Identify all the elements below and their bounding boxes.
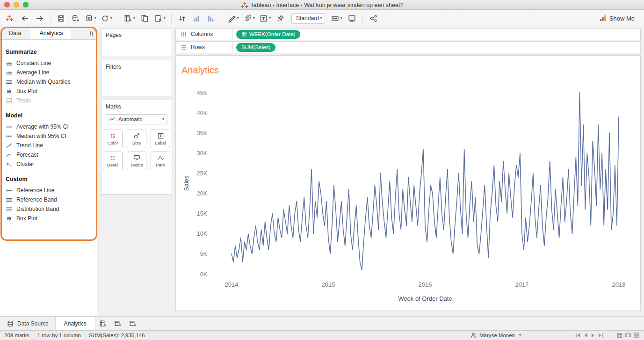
columns-label-text: Columns bbox=[191, 31, 213, 37]
marks-button-size[interactable]: Size bbox=[127, 130, 146, 148]
tab-analytics[interactable]: Analytics bbox=[30, 27, 72, 39]
marks-button-label[interactable]: Label bbox=[151, 130, 170, 148]
mark-labels-button[interactable]: ▾ bbox=[258, 12, 272, 24]
tab-data[interactable]: Data bbox=[0, 27, 30, 39]
show-sheet-sorter-icon[interactable] bbox=[633, 332, 640, 339]
duplicate-sheet-icon bbox=[141, 14, 149, 22]
analytics-item-label: Forecast bbox=[16, 152, 38, 158]
data-source-tab[interactable]: Data Source bbox=[0, 317, 56, 330]
x-axis-tick-label: 2016 bbox=[419, 281, 432, 288]
tableau-logo-icon[interactable] bbox=[6, 14, 13, 22]
analytics-item-trend-line[interactable]: Trend Line bbox=[6, 141, 91, 150]
analytics-item-median-with-95-ci[interactable]: Median with 95% CI bbox=[6, 131, 91, 141]
rows-shelf[interactable]: Rows SUM(Sales) bbox=[175, 41, 641, 53]
pill-sum-sales[interactable]: SUM(Sales) bbox=[236, 43, 275, 52]
fit-dropdown[interactable]: Standard▾ bbox=[291, 13, 325, 24]
new-story-tab-button[interactable] bbox=[125, 317, 140, 330]
sort-ascending-button[interactable] bbox=[190, 12, 203, 24]
analytics-item-label: Distribution Band bbox=[16, 206, 59, 212]
y-axis-tick-label: 0K bbox=[200, 271, 208, 278]
sheet-tab-analytics-label: Analytics bbox=[64, 320, 87, 327]
sort-descending-icon bbox=[207, 14, 215, 22]
sales-line-chart[interactable]: 0K5K10K15K20K25K30K35K40K45K201420152016… bbox=[176, 56, 640, 311]
path-icon bbox=[157, 154, 164, 161]
analytics-pane-sections: SummarizeConstant LineAverage LineMedian… bbox=[0, 40, 97, 225]
analytics-item-reference-line[interactable]: Reference Line bbox=[6, 186, 91, 195]
duplicate-sheet-button[interactable] bbox=[138, 12, 151, 24]
analytics-item-label: Box Plot bbox=[16, 88, 37, 94]
fit-width-button[interactable]: ▾ bbox=[330, 12, 344, 24]
analytics-item-distribution-band[interactable]: Distribution Band bbox=[6, 204, 91, 214]
user-name: Maryse Monen bbox=[479, 333, 515, 338]
new-worksheet-tab-button[interactable] bbox=[95, 317, 110, 330]
last-sheet-icon[interactable] bbox=[597, 332, 604, 339]
user-menu[interactable]: Maryse Monen ▾ bbox=[470, 332, 521, 339]
analytics-item-box-plot[interactable]: Box Plot bbox=[6, 87, 91, 96]
worksheet-area: Columns WEEK(Order Date) Rows SUM(Sales)… bbox=[175, 28, 641, 311]
analytics-item-label: Totals bbox=[16, 97, 31, 104]
annotation-button[interactable]: ▾ bbox=[242, 12, 256, 24]
marks-button-tooltip[interactable]: Tooltip bbox=[127, 152, 146, 170]
x-axis-title: Week of Order Date bbox=[398, 295, 452, 302]
run-auto-update-button[interactable]: ▾ bbox=[100, 12, 114, 24]
new-sheet-buttons bbox=[95, 317, 140, 330]
sales-line-series[interactable] bbox=[232, 93, 619, 270]
new-worksheet-button[interactable]: ▾ bbox=[123, 12, 137, 24]
pause-auto-updates-button[interactable]: ▾ bbox=[84, 12, 98, 24]
show-me-button[interactable]: Show Me bbox=[595, 13, 638, 23]
analytics-item-box-plot[interactable]: Box Plot bbox=[6, 214, 91, 223]
marks-count: 209 marks bbox=[4, 333, 29, 338]
next-sheet-icon[interactable] bbox=[590, 332, 596, 339]
chevron-down-icon: ▾ bbox=[237, 16, 239, 20]
save-button[interactable] bbox=[55, 12, 67, 24]
highlight-button[interactable]: ▾ bbox=[226, 12, 240, 24]
pin-icon bbox=[276, 14, 284, 22]
x-axis-tick-label: 2014 bbox=[225, 281, 239, 288]
previous-sheet-icon[interactable] bbox=[582, 332, 589, 339]
pause-auto-updates-icon bbox=[85, 14, 93, 22]
tab-data-label: Data bbox=[9, 30, 21, 36]
filters-card[interactable]: Filters bbox=[101, 60, 172, 96]
swap-icon bbox=[178, 14, 186, 22]
box-plot-icon bbox=[6, 215, 13, 222]
sort-descending-button[interactable] bbox=[205, 12, 217, 24]
share-button[interactable] bbox=[367, 12, 380, 24]
fix-axes-button[interactable] bbox=[274, 12, 287, 24]
analytics-item-average-with-95-ci[interactable]: Average with 95% CI bbox=[6, 122, 91, 131]
pane-control[interactable] bbox=[86, 27, 97, 39]
aggregate-summary: SUM(Sales): 2,935,146 bbox=[89, 333, 145, 338]
back-button[interactable] bbox=[19, 12, 31, 24]
marks-button-detail[interactable]: Detail bbox=[103, 152, 123, 170]
sheet-tab-analytics[interactable]: Analytics bbox=[56, 317, 95, 330]
analytics-item-reference-band[interactable]: Reference Band bbox=[6, 195, 91, 204]
data-source-tab-label: Data Source bbox=[17, 320, 49, 327]
analytics-section-title-summarize: Summarize bbox=[6, 49, 91, 55]
analytics-item-cluster[interactable]: Cluster bbox=[6, 159, 91, 169]
mark-type-dropdown[interactable]: Automatic ▾ bbox=[106, 114, 167, 124]
clear-sheet-button[interactable]: ▾ bbox=[153, 12, 167, 24]
pill-week-order-date[interactable]: WEEK(Order Date) bbox=[236, 30, 300, 39]
tableau-window: Tableau - Interface - Wat kun je waar vi… bbox=[0, 0, 644, 340]
show-sheet-tabs-icon[interactable] bbox=[616, 332, 623, 339]
filters-card-title: Filters bbox=[106, 64, 167, 70]
new-data-source-button[interactable] bbox=[69, 12, 82, 24]
tab-analytics-label: Analytics bbox=[39, 30, 63, 36]
new-dashboard-tab-button[interactable] bbox=[110, 317, 125, 330]
pane-control-icon bbox=[88, 30, 94, 36]
chevron-down-icon: ▾ bbox=[320, 16, 322, 20]
new-dashboard-icon bbox=[114, 320, 122, 327]
analytics-section-title-model: Model bbox=[6, 112, 91, 119]
analytics-item-constant-line[interactable]: Constant Line bbox=[6, 58, 91, 68]
analytics-item-average-line[interactable]: Average Line bbox=[6, 68, 91, 77]
marks-button-path[interactable]: Path bbox=[151, 152, 170, 170]
presentation-mode-button[interactable] bbox=[346, 12, 358, 24]
show-filmstrip-icon[interactable] bbox=[625, 332, 631, 339]
marks-button-color[interactable]: Color bbox=[103, 130, 123, 148]
forward-button[interactable] bbox=[33, 12, 46, 24]
swap-rows-columns-button[interactable] bbox=[176, 12, 188, 24]
analytics-item-median-with-quartiles[interactable]: Median with Quartiles bbox=[6, 77, 91, 87]
pages-card[interactable]: Pages bbox=[101, 28, 172, 57]
columns-shelf[interactable]: Columns WEEK(Order Date) bbox=[175, 28, 641, 40]
first-sheet-icon[interactable] bbox=[575, 332, 581, 339]
analytics-item-forecast[interactable]: Forecast bbox=[6, 150, 91, 159]
